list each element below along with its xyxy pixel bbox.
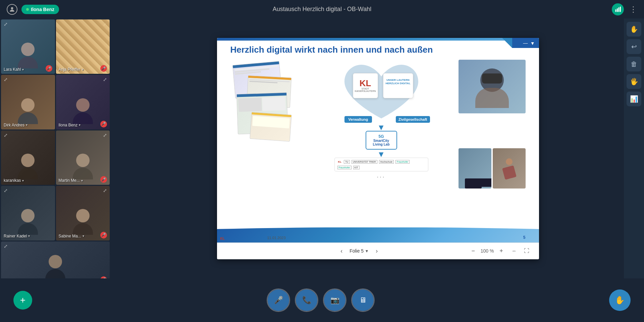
gesture-toolbar-button[interactable]: 🖐: [627, 74, 641, 89]
slide-page-dropdown[interactable]: ▾: [365, 248, 369, 254]
verwaltung-label: Verwaltung: [344, 116, 372, 123]
video-tile-lara: ⤢ Lara Kahl ▾ 🎤: [1, 19, 55, 74]
screenshot-4: [250, 112, 291, 141]
signal-bars-icon[interactable]: [612, 3, 624, 15]
gesture-icon: 🖐: [630, 77, 638, 86]
chart-icon: 📊: [630, 95, 638, 103]
vr-person: [465, 65, 519, 108]
bottom-center-controls: 🎤 📞 📷 🖥: [268, 289, 374, 311]
raise-hand-button[interactable]: ✋: [609, 289, 631, 311]
muted-icon-sabine: 🎤: [100, 232, 107, 238]
bottom-right: ✋: [609, 289, 631, 311]
user-profile-icon[interactable]: [7, 4, 17, 15]
partner-tu: TU: [344, 160, 350, 164]
chart-toolbar-button[interactable]: 📊: [627, 92, 641, 106]
chevron-down-rainer: ▾: [28, 234, 30, 238]
active-speaker-name: Ilona Benz: [31, 7, 54, 12]
prev-slide-button[interactable]: ‹: [336, 246, 347, 256]
undo-toolbar-button[interactable]: ↩: [627, 39, 641, 54]
video-tile-dirk: ⤢ Dirk Andres ▾: [1, 75, 55, 129]
slide-diagram: KL STADTKAISERSLAUTERN UNSER LAUTERNHERZ…: [230, 60, 526, 236]
svg-rect-1: [615, 9, 616, 12]
btn-ring-camera: [323, 288, 346, 312]
video-tile-ilona: ⤢ Ilona Benz ▾ 🎤: [56, 75, 110, 129]
participant-label-anja: Anja Pfeiffer ▾: [59, 67, 84, 72]
three-dots: ...: [377, 173, 385, 179]
zivilgesellschaft-label: Zivilgesellschaft: [396, 116, 430, 123]
kl-logo-box: KL STADTKAISERSLAUTERN: [353, 73, 378, 98]
bottom-left: +: [13, 291, 32, 310]
slide-current-label: Folie 5: [350, 248, 364, 254]
chevron-down-sabine: ▾: [83, 234, 84, 238]
trash-icon: 🗑: [631, 60, 637, 68]
chevron-down-dirk: ▾: [26, 123, 28, 127]
active-speaker-badge: Ilona Benz: [21, 5, 59, 14]
btn-ring-mic: [267, 288, 290, 312]
participant-label-dirk: Dirk Andres ▾: [4, 123, 28, 127]
more-options-icon[interactable]: ⋮: [629, 5, 637, 14]
chevron-down-ilona: ▾: [79, 123, 80, 127]
expand-icon-ilona[interactable]: ⤢: [103, 77, 107, 82]
expand-icon-dirk[interactable]: ⤢: [4, 77, 8, 82]
arrow-down-2: ▼: [377, 150, 385, 158]
next-slide-button[interactable]: ›: [371, 246, 382, 256]
photo-crouching: [493, 148, 526, 189]
mute-microphone-button[interactable]: 🎤: [268, 289, 289, 311]
video-tile-sabine: ⤢ Sabine Ma... ▾ 🎤: [56, 186, 110, 240]
heart-diagram: KL STADTKAISERSLAUTERN UNSER LAUTERNHERZ…: [331, 60, 432, 127]
toggle-camera-button[interactable]: 📷: [324, 289, 345, 311]
zoom-level: 100 %: [481, 248, 494, 254]
add-participant-button[interactable]: +: [13, 291, 32, 310]
video-tile-rainer: ⤢ Rainer Kadel ▾: [1, 186, 55, 240]
video-tile-karanikas: ⤢ karanikas ▾: [1, 130, 55, 185]
chevron-down-lara: ▾: [22, 68, 24, 71]
header-right: ⋮: [612, 3, 637, 15]
slide-page-number: 5: [523, 235, 526, 240]
share-screen-button[interactable]: 🖥: [352, 289, 374, 311]
kl-logo-subtitle: STADTKAISERSLAUTERN: [355, 88, 376, 92]
participant-label-martin: Martin Me... ▾: [59, 178, 83, 183]
slide-top-bar: [217, 38, 539, 41]
slide-footer: ‹ Folie 5 ▾ › − 100 % + ↔ ⛶: [217, 243, 539, 259]
btn-ring-phone: [295, 288, 318, 312]
photo-vr: [459, 60, 526, 113]
chevron-down-martin: ▾: [81, 179, 83, 182]
kl-logo-text: KL: [360, 79, 371, 88]
right-toolbar: ✋ ↩ 🗑 🖐 📊: [624, 18, 644, 297]
video-tile-martin: ⤢ Martin Me... ▾ 🎤: [56, 130, 110, 185]
video-tile-anja: ⤢ Anja Pfeiffer ▾ 🎤: [56, 19, 110, 74]
fit-width-button[interactable]: ↔: [508, 246, 519, 256]
partner-hs: Hochschule: [379, 160, 394, 164]
delete-toolbar-button[interactable]: 🗑: [627, 57, 641, 71]
svg-rect-3: [619, 7, 620, 12]
photo-computers-content: [462, 160, 488, 189]
muted-icon-martin: 🎤: [100, 176, 107, 183]
muted-icon-lara: 🎤: [46, 65, 52, 72]
herzlich-digital-box: UNSER LAUTERNHERZLICH DIGITAL ❤: [383, 73, 413, 98]
expand-icon-lara[interactable]: ⤢: [4, 21, 8, 27]
muted-icon-ilona: 🎤: [100, 121, 107, 127]
raise-hand-toolbar-icon: ✋: [630, 25, 638, 33]
expand-icon-sabine[interactable]: ⤢: [103, 188, 107, 193]
header-left: Ilona Benz: [7, 4, 59, 15]
undo-icon: ↩: [631, 43, 637, 51]
btn-ring-screen: [351, 288, 375, 312]
slide-corner-accent: —: [512, 38, 539, 48]
raise-hand-toolbar-button[interactable]: ✋: [627, 22, 641, 37]
slide-filter-icon: ▼: [530, 41, 535, 46]
expand-icon-karanikas[interactable]: ⤢: [4, 132, 8, 138]
diagram-photos: [459, 60, 526, 236]
svg-point-0: [11, 7, 13, 9]
end-call-button[interactable]: 📞: [296, 289, 317, 311]
partner-fraunhofer-2: Fraunhofer: [337, 166, 352, 169]
add-icon: +: [20, 295, 25, 306]
mic-active-dot: [26, 8, 29, 11]
expand-icon-rainer[interactable]: ⤢: [4, 188, 8, 193]
fullscreen-button[interactable]: ⛶: [521, 246, 532, 256]
smartcity-label: 5G SmartCity Living Lab: [373, 134, 390, 146]
expand-icon-thomas[interactable]: ⤢: [4, 244, 8, 249]
zoom-out-button[interactable]: −: [468, 246, 479, 256]
expand-icon-martin[interactable]: ⤢: [103, 132, 107, 138]
photo-crouching-person: [502, 158, 516, 178]
zoom-in-button[interactable]: +: [496, 246, 506, 256]
